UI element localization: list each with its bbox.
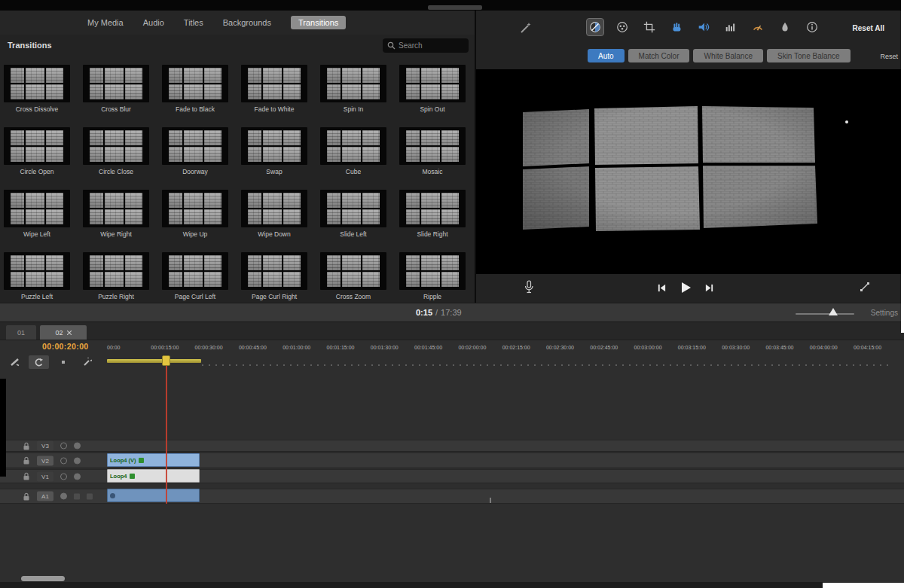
clip-audio[interactable] [107,489,200,502]
transition-item[interactable]: Circle Close [83,127,149,177]
transition-item[interactable]: Wipe Right [83,190,149,239]
wrench-tool-button[interactable] [77,355,97,369]
lock-icon[interactable] [23,492,30,501]
transition-item[interactable]: Spin Out [399,65,466,114]
thumbnail-zoom-slider[interactable] [796,313,854,315]
tab-titles[interactable]: Titles [184,18,203,27]
match-color-button[interactable]: Match Color [628,49,690,62]
transition-item[interactable]: Page Curl Right [241,252,307,302]
tab-audio[interactable]: Audio [143,18,164,27]
transition-label: Cross Blur [83,105,149,113]
track-label[interactable]: V3 [37,441,53,451]
transition-item[interactable]: Fade to Black [162,65,228,114]
marker-tool-button[interactable] [53,355,73,369]
enhance-wand-button[interactable] [518,21,532,38]
timeline-tab-2[interactable]: 02 [40,325,87,340]
undo-tool-button[interactable] [29,355,49,369]
track-header: V2 [23,455,81,465]
transition-item[interactable]: Slide Right [399,190,466,239]
lock-icon[interactable] [23,456,30,465]
audio-toggle-icon[interactable] [87,493,93,499]
transition-item[interactable]: Cross Blur [83,65,149,114]
transition-item[interactable]: Fade to White [241,65,307,114]
playhead-handle[interactable] [162,355,170,366]
timeline-tab-1[interactable]: 01 [6,325,36,340]
speed-button[interactable] [749,18,767,36]
track-label[interactable]: V2 [37,455,53,465]
noise-reduction-equalizer-button[interactable] [722,18,740,36]
transition-item[interactable]: Slide Left [320,190,386,239]
clip-badge-icon [139,458,144,463]
track-visibility-icon[interactable] [60,457,67,464]
track-options-icon[interactable] [74,457,81,464]
slider-thumb[interactable] [829,308,838,315]
tab-transitions[interactable]: Transitions [291,16,346,29]
track-label[interactable]: A1 [37,492,53,501]
volume-button[interactable] [695,18,713,36]
search-input[interactable] [399,41,464,50]
stabilization-button[interactable] [667,18,686,36]
transition-item[interactable]: Mosaic [399,127,466,177]
transition-thumbnail [4,190,70,227]
transition-item[interactable]: Cross Zoom [320,252,386,302]
clip-loop4[interactable]: Loop4 [107,469,200,483]
auto-button[interactable]: Auto [588,49,625,62]
transition-item[interactable]: Spin In [320,65,386,114]
transition-item[interactable]: Wipe Down [241,190,307,239]
lock-icon[interactable] [23,472,30,481]
playhead-line[interactable] [166,356,167,504]
track-visibility-icon[interactable] [60,443,67,449]
transition-item[interactable]: Page Curl Left [162,252,228,302]
crop-button[interactable] [640,18,658,36]
audio-clip-icon [110,493,115,498]
reset-button[interactable]: Reset [880,53,898,60]
lock-icon[interactable] [23,441,30,450]
transition-thumbnail [241,190,307,227]
transition-item[interactable]: Circle Open [4,127,70,177]
fullscreen-button[interactable] [859,281,871,296]
tab-my-media[interactable]: My Media [87,18,124,27]
transition-item[interactable]: Cube [320,127,386,177]
reset-all-button[interactable]: Reset All [853,24,884,32]
transition-item[interactable]: Puzzle Right [83,252,149,302]
search-field[interactable] [383,38,469,53]
clip-loop4-video[interactable]: Loop4 (V) [107,453,200,467]
window-top-bar [0,0,904,11]
transition-item[interactable]: Puzzle Left [4,252,70,302]
transition-item[interactable]: Wipe Up [162,190,228,239]
settings-button[interactable]: Settings [871,309,898,317]
skin-tone-balance-button[interactable]: Skin Tone Balance [767,49,851,62]
color-balance-button[interactable] [586,18,604,36]
transition-label: Spin Out [399,105,466,113]
timeline-tabs: 01 02 [6,325,87,340]
next-button[interactable] [704,282,714,296]
track-options-icon[interactable] [74,443,81,449]
track-options-icon[interactable] [74,473,81,480]
clip-filter-button[interactable] [776,18,794,36]
transition-item[interactable]: Ripple [399,252,466,302]
transition-thumbnail [320,65,386,102]
scrollbar-thumb[interactable] [21,576,65,581]
white-balance-button[interactable]: White Balance [693,49,762,62]
track-label[interactable]: V1 [37,471,53,481]
play-button[interactable] [679,281,692,297]
tab-backgrounds[interactable]: Backgrounds [223,18,271,27]
transition-label: Slide Left [320,230,386,238]
blade-tool-button[interactable] [5,355,25,369]
close-icon[interactable] [67,331,72,335]
microphone-icon [523,279,535,294]
media-tab-bar: My Media Audio Titles Backgrounds Transi… [0,11,475,35]
total-time: 17:39 [441,308,462,317]
color-correction-button[interactable] [613,18,631,36]
track-visibility-icon[interactable] [60,473,67,480]
transition-item[interactable]: Swap [241,127,307,177]
timeline-ruler[interactable]: 00:00 00:00:15:00 00:00:30:00 00:00:45:0… [107,345,899,350]
track-options-icon[interactable] [60,493,67,500]
previous-button[interactable] [657,282,667,296]
transition-item[interactable]: Wipe Left [4,190,70,239]
transition-item[interactable]: Cross Dissolve [4,65,70,114]
voiceover-mic-button[interactable] [523,279,535,297]
clip-information-button[interactable] [803,18,821,36]
transition-item[interactable]: Doorway [162,127,228,177]
audio-toggle-icon[interactable] [74,493,80,499]
